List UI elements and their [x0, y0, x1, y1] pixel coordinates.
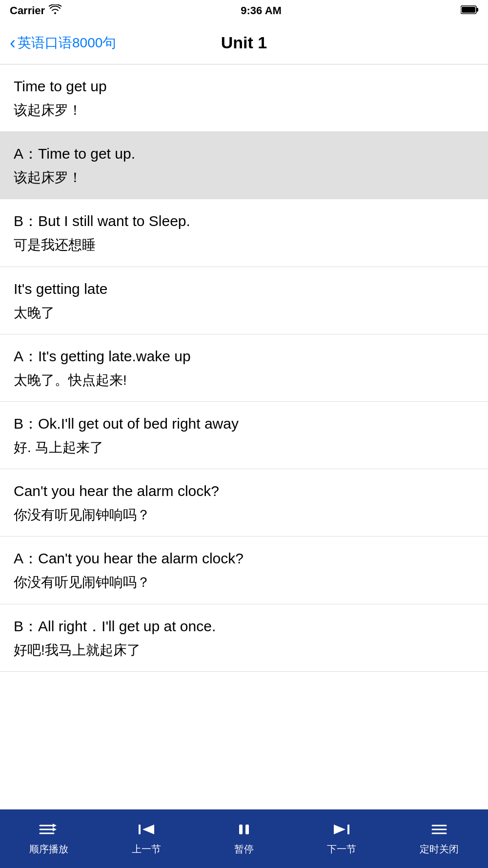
chinese-text: 好. 马上起来了 [14, 438, 474, 457]
svg-marker-11 [334, 825, 346, 834]
chinese-text: 可是我还想睡 [14, 235, 474, 254]
status-time: 9:36 AM [241, 4, 282, 17]
nav-bar: ‹ 英语口语8000句 Unit 1 [0, 21, 488, 64]
chinese-text: 该起床罗！ [14, 168, 474, 187]
toolbar-prev[interactable]: 上一节 [98, 822, 195, 856]
nav-back-button[interactable]: ‹ 英语口语8000句 [10, 34, 116, 52]
prev-icon [138, 822, 155, 840]
status-left: Carrier [10, 4, 61, 17]
chinese-text: 太晚了 [14, 303, 474, 322]
english-text: B：Ok.I'll get out of bed right away [14, 413, 474, 434]
nav-title: Unit 1 [221, 33, 267, 52]
chinese-text: 好吧!我马上就起床了 [14, 641, 474, 660]
english-text: A：Time to get up. [14, 144, 474, 164]
status-right [461, 5, 478, 17]
english-text: B：But I still want to Sleep. [14, 211, 474, 231]
toolbar-next[interactable]: 下一节 [293, 822, 390, 856]
svg-rect-8 [239, 825, 243, 834]
bottom-toolbar: 顺序播放 上一节 暂停 下一节 定时关闭 [0, 809, 488, 868]
pause-label: 暂停 [234, 843, 254, 856]
list-item[interactable]: A：Can't you hear the alarm clock?你没有听见闹钟… [0, 537, 488, 604]
toolbar-sequential[interactable]: 顺序播放 [0, 822, 98, 856]
english-text: B：All right．I'll get up at once. [14, 616, 474, 637]
chinese-text: 你没有听见闹钟响吗？ [14, 573, 474, 592]
english-text: It's getting late [14, 279, 474, 299]
wifi-icon [49, 4, 61, 17]
pause-icon [236, 822, 252, 840]
list-item[interactable]: It's getting late太晚了 [0, 267, 488, 334]
english-text: A：It's getting late.wake up [14, 346, 474, 367]
battery-icon [461, 5, 478, 16]
list-item[interactable]: B：All right．I'll get up at once.好吧!我马上就起… [0, 604, 488, 672]
nav-back-label: 英语口语8000句 [18, 34, 116, 52]
timer-label: 定时关闭 [420, 843, 459, 856]
toolbar-timer[interactable]: 定时关闭 [390, 822, 488, 856]
chevron-left-icon: ‹ [10, 34, 16, 52]
svg-rect-9 [245, 825, 249, 834]
chinese-text: 你没有听见闹钟响吗？ [14, 505, 474, 524]
next-label: 下一节 [327, 843, 356, 856]
svg-rect-10 [347, 825, 349, 834]
chinese-text: 太晚了。快点起来! [14, 371, 474, 390]
list-item[interactable]: A：It's getting late.wake up太晚了。快点起来! [0, 334, 488, 402]
sequential-label: 顺序播放 [29, 843, 68, 856]
list-item[interactable]: B：Ok.I'll get out of bed right away好. 马上… [0, 402, 488, 469]
sequential-icon [39, 822, 59, 840]
list-item[interactable]: Can't you hear the alarm clock?你没有听见闹钟响吗… [0, 469, 488, 537]
timer-icon [430, 822, 448, 840]
svg-rect-2 [462, 7, 475, 13]
next-icon [333, 822, 350, 840]
status-bar: Carrier 9:36 AM [0, 0, 488, 21]
english-text: A：Can't you hear the alarm clock? [14, 548, 474, 569]
list-item[interactable]: B：But I still want to Sleep.可是我还想睡 [0, 199, 488, 267]
list-item[interactable]: Time to get up该起床罗！ [0, 64, 488, 132]
svg-marker-7 [142, 825, 154, 834]
svg-rect-1 [476, 8, 478, 12]
toolbar-pause[interactable]: 暂停 [195, 822, 293, 856]
bottom-spacer [0, 672, 488, 735]
list-item[interactable]: A：Time to get up.该起床罗！ [0, 132, 488, 199]
english-text: Time to get up [14, 76, 474, 97]
carrier-label: Carrier [10, 4, 45, 17]
prev-label: 上一节 [132, 843, 161, 856]
english-text: Can't you hear the alarm clock? [14, 481, 474, 501]
lesson-list: Time to get up该起床罗！A：Time to get up.该起床罗… [0, 64, 488, 672]
chinese-text: 该起床罗！ [14, 101, 474, 120]
svg-rect-6 [139, 825, 141, 834]
